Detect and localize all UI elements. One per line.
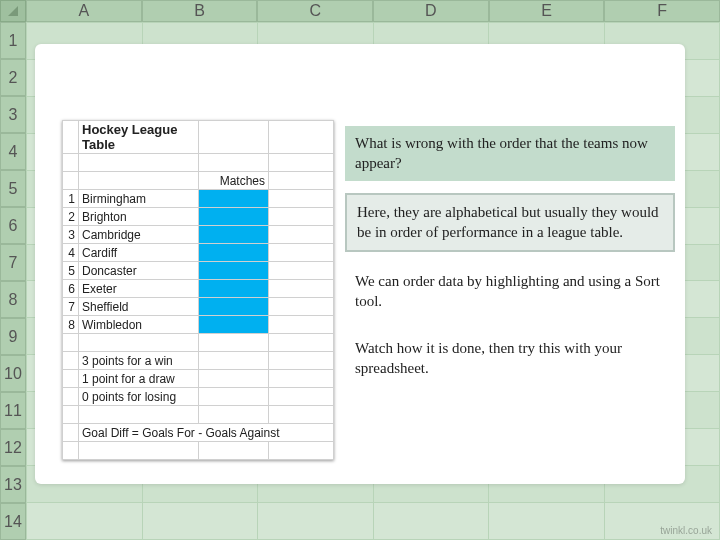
table-row: 5Doncaster: [63, 262, 334, 280]
col-D: D: [373, 0, 489, 22]
row-12: 12: [0, 429, 26, 466]
row-7: 7: [0, 244, 26, 281]
column-headers: A B C D E F: [0, 0, 720, 22]
instruction-1: We can order data by highlighting and us…: [345, 264, 675, 319]
row-4: 4: [0, 133, 26, 170]
goal-diff-formula: Goal Diff = Goals For - Goals Against: [79, 424, 334, 442]
rule-lose: 0 points for losing: [79, 388, 199, 406]
rule-draw: 1 point for a draw: [79, 370, 199, 388]
row-6: 6: [0, 207, 26, 244]
col-B: B: [142, 0, 258, 22]
question-box: What is wrong with the order that the te…: [345, 126, 675, 181]
instruction-2: Watch how it is done, then try this with…: [345, 331, 675, 386]
row-9: 9: [0, 318, 26, 355]
table-row: 1Birmingham: [63, 190, 334, 208]
row-1: 1: [0, 22, 26, 59]
rule-win: 3 points for a win: [79, 352, 199, 370]
row-11: 11: [0, 392, 26, 429]
table-row: 6Exeter: [63, 280, 334, 298]
col-E: E: [489, 0, 605, 22]
table-row: 4Cardiff: [63, 244, 334, 262]
table-row: 3Cambridge: [63, 226, 334, 244]
corner-triangle-icon: [8, 6, 18, 16]
embedded-spreadsheet: Hockey League Table Matches 1Birmingham …: [62, 120, 334, 460]
col-F: F: [604, 0, 720, 22]
row-2: 2: [0, 59, 26, 96]
select-all-corner: [0, 0, 26, 22]
row-13: 13: [0, 466, 26, 503]
table-row: 2Brighton: [63, 208, 334, 226]
row-3: 3: [0, 96, 26, 133]
row-14: 14: [0, 503, 26, 540]
row-10: 10: [0, 355, 26, 392]
explanation-column: What is wrong with the order that the te…: [345, 126, 675, 398]
table-row: 7Sheffield: [63, 298, 334, 316]
answer-box: Here, they are alphabetical but usually …: [345, 193, 675, 252]
ss-title: Hockey League Table: [79, 121, 199, 154]
matches-header: Matches: [199, 172, 269, 190]
col-A: A: [26, 0, 142, 22]
svg-marker-0: [8, 6, 18, 16]
table-row: 8Wimbledon: [63, 316, 334, 334]
watermark: twinkl.co.uk: [660, 525, 712, 536]
row-headers: 1 2 3 4 5 6 7 8 9 10 11 12 13 14: [0, 22, 26, 540]
col-C: C: [257, 0, 373, 22]
row-8: 8: [0, 281, 26, 318]
row-5: 5: [0, 170, 26, 207]
